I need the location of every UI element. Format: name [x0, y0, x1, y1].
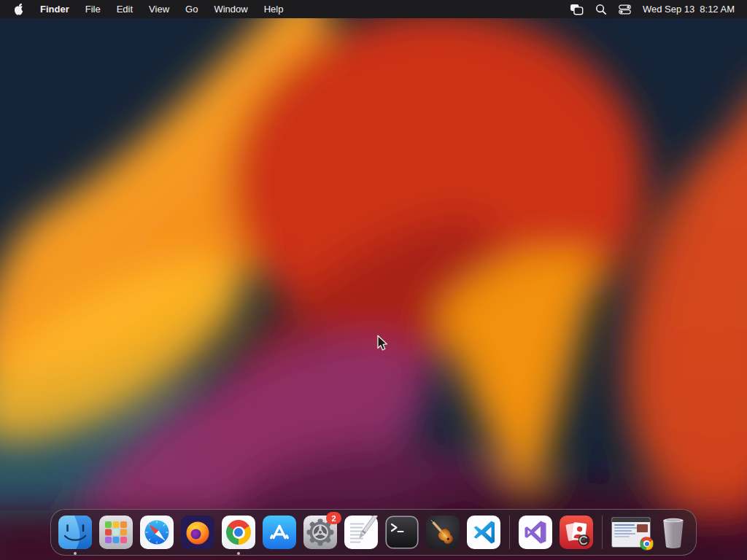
visual-studio-icon	[519, 516, 552, 549]
trash-icon	[658, 516, 689, 549]
apple-menu[interactable]	[0, 3, 32, 15]
dock-item-system-settings[interactable]: 2	[303, 516, 337, 549]
dock-item-visual-studio[interactable]	[519, 516, 552, 549]
dock-item-garageband[interactable]	[426, 516, 460, 549]
menu-bar-status-area: Wed Sep 13 8:12 AM	[564, 4, 747, 15]
dock-item-red-photo-app[interactable]	[560, 516, 593, 549]
chrome-icon	[222, 516, 255, 549]
menu-item-view[interactable]: View	[141, 4, 177, 15]
spotlight-search-icon[interactable]	[589, 4, 613, 15]
dock: 2	[50, 509, 697, 556]
dock-item-app-store[interactable]	[263, 516, 296, 549]
menu-item-edit[interactable]: Edit	[109, 4, 141, 15]
menu-item-window[interactable]: Window	[206, 4, 255, 15]
control-center-icon[interactable]	[613, 4, 637, 15]
running-indicator-dot	[237, 552, 240, 555]
finder-icon	[58, 516, 92, 549]
textedit-icon	[344, 516, 378, 549]
dock-item-launchpad[interactable]	[99, 516, 133, 549]
launchpad-icon	[99, 516, 133, 549]
dock-divider	[602, 516, 603, 549]
dock-item-trash[interactable]	[658, 516, 689, 549]
menu-bar-clock[interactable]: Wed Sep 13 8:12 AM	[643, 4, 735, 15]
chrome-badge-icon	[640, 537, 654, 551]
window-image-region	[637, 524, 648, 532]
garageband-icon	[426, 516, 460, 549]
menu-bar: Finder File Edit View Go Window Help	[0, 0, 747, 18]
running-indicator-dot	[74, 552, 77, 555]
dock-item-finder[interactable]	[58, 516, 92, 549]
menu-item-go[interactable]: Go	[177, 4, 206, 15]
apple-logo-icon	[14, 3, 25, 15]
dock-item-safari[interactable]	[140, 516, 174, 549]
red-photo-app-icon	[560, 516, 593, 549]
menu-item-help[interactable]: Help	[256, 4, 292, 15]
stacked-windows-icon[interactable]	[564, 4, 589, 15]
dock-item-minimized-chrome-window[interactable]	[611, 517, 651, 548]
dock-divider	[509, 516, 510, 549]
notification-badge: 2	[326, 512, 341, 524]
screen: Finder File Edit View Go Window Help	[0, 0, 747, 560]
desktop-wallpaper[interactable]	[0, 0, 747, 560]
menu-bar-left: Finder File Edit View Go Window Help	[0, 3, 291, 15]
clock-date: Wed Sep 13	[643, 4, 694, 15]
safari-icon	[140, 516, 174, 549]
clock-time: 8:12 AM	[700, 4, 735, 15]
menu-item-file[interactable]: File	[77, 4, 109, 15]
active-app-menu[interactable]: Finder	[32, 4, 77, 15]
dock-item-textedit[interactable]	[344, 516, 378, 549]
firefox-icon	[181, 516, 214, 549]
dock-item-terminal[interactable]	[385, 516, 419, 549]
terminal-icon	[385, 516, 419, 549]
dock-item-firefox[interactable]	[181, 516, 214, 549]
dock-item-chrome[interactable]	[222, 516, 255, 549]
dock-item-vscode[interactable]	[467, 516, 500, 549]
vscode-icon	[467, 516, 500, 549]
app-store-icon	[263, 516, 296, 549]
